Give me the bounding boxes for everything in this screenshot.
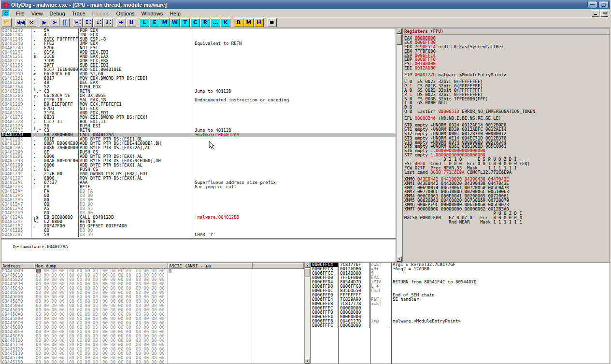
step-into-button[interactable]: ↴⁚	[93, 18, 103, 27]
disasm-row[interactable]: 0040127B.56PUSH ESI	[1, 124, 396, 128]
pause-button[interactable]: ||	[60, 18, 70, 27]
scrollbar-thumb[interactable]	[397, 34, 402, 45]
references-window-button[interactable]: R	[200, 18, 210, 27]
disasm-row[interactable]: 004012B759DB 59CHAR 'Y'	[1, 233, 396, 237]
disasm-row[interactable]: 004012AA┌$E8 2C000000CALL 004012DB└malwa…	[1, 215, 396, 220]
disasm-row[interactable]: 00401284.00B7 BB004E00ADD BYTE PTR DS:[E…	[1, 141, 396, 146]
register-line[interactable]: O 0 LastErr 0000051D ERROR_NO_IMPERSONAT…	[404, 110, 610, 114]
disassembly-pane[interactable]: 00401243.5APOP EDX00401244.41INC ECX0040…	[1, 28, 396, 238]
title-bar[interactable]: OllyDbg - malware.exe - [CPU - main thre…	[1, 0, 610, 9]
disassembly-scrollbar[interactable]: ▲ ▼	[396, 28, 402, 262]
disasm-row[interactable]: 00401251$21C0AND EAX,EAX	[1, 55, 396, 59]
disasm-row[interactable]: 00401263.48DEC EAX	[1, 81, 396, 85]
mdi-restore-button[interactable]	[600, 10, 608, 17]
scroll-up-icon[interactable]: ▲	[397, 28, 402, 34]
disasm-row[interactable]: 0040127D.E8 28000000CALL 004012AA└malwar…	[1, 133, 396, 137]
register-line[interactable]: T 0 GS 0000 NULL	[404, 101, 610, 105]
trace-over-button[interactable]: ↧⁚	[83, 18, 93, 27]
dump-header-hex[interactable]: Hex dump	[34, 263, 168, 268]
disasm-row[interactable]: 00401291.0000ADD BYTE PTR DS:[EAX],AL	[1, 154, 396, 159]
disasm-row[interactable]: 00401261.8B17MOV EDX,DWORD PTR DS:[EDI]	[1, 76, 396, 81]
disasm-row[interactable]: 0040124B.FFE2JMP EDXEquivalent to RETN	[1, 42, 396, 46]
hardware-breakpoints-button[interactable]: H	[254, 18, 264, 27]
animate-button[interactable]: ➤	[50, 18, 59, 27]
menu-item-help[interactable]: Help	[166, 10, 184, 17]
disasm-row[interactable]: 00401290.0EPUSH CS	[1, 150, 396, 154]
breakpoints-window-button[interactable]: B	[234, 18, 243, 27]
dump-row[interactable]: 0044515000 00 00 0000 00 00 0000 00 00 0…	[1, 360, 304, 364]
disasm-row[interactable]: 004012AF└.C2 0800RETN 8	[1, 220, 396, 224]
register-line[interactable]: Rnd NEAR Mask 1 1 1 1 1 1	[404, 220, 610, 224]
menu-item-file[interactable]: File	[13, 10, 28, 17]
scrollbar-thumb[interactable]	[305, 268, 310, 277]
memory-window-button[interactable]: M	[160, 18, 170, 27]
register-line[interactable]: Last cmnd 001B:773C6E9A COMCTL32.773C6E9…	[404, 170, 610, 175]
trace-into-button[interactable]: ↵⁚	[73, 18, 83, 27]
disasm-row[interactable]: 0040129B.0EPUSH CS	[1, 168, 396, 172]
execute-till-return-button[interactable]: ⇥	[116, 18, 126, 27]
dump-header-address[interactable]: Address	[1, 263, 34, 268]
disasm-row[interactable]: 0040128A.0080 2A000000ADD BYTE PTR DS:[E…	[1, 146, 396, 150]
disasm-row[interactable]: 0040124D.F7D6NOT ESI	[1, 46, 396, 50]
disasm-row[interactable]: 004012B2.00F47F00DD OFFSET 007FF400	[1, 224, 396, 228]
windows-window-button[interactable]: W	[170, 18, 180, 27]
stack-row[interactable]: 0006FFFC00000000	[311, 323, 610, 328]
disasm-row[interactable]: 00401265└.^C3RETNJump to 40112D	[1, 89, 396, 94]
disasm-row[interactable]: 004012A3.CBRETFFar jump or call	[1, 185, 396, 189]
scroll-down-icon[interactable]: ▼	[305, 358, 310, 364]
disasm-row[interactable]: 00401253.31D9XOR ECX,EBX	[1, 59, 396, 63]
disasm-row[interactable]: 004012A500DB 00	[1, 194, 396, 198]
disasm-row[interactable]: 0040127C└.^C3RETNJump to 40112D	[1, 128, 396, 133]
disasm-row[interactable]: 004012A4FADB FA	[1, 189, 396, 194]
minimize-button[interactable]: —	[587, 1, 597, 8]
disasm-row[interactable]: 00401245.81EC F8FFFFFFSUB ESP,-8	[1, 37, 396, 42]
menu-item-debug[interactable]: Debug	[46, 10, 68, 17]
info-pane[interactable]: Dest=malware.004012AA	[1, 238, 396, 262]
disasm-row[interactable]: 0040126D.B9 E1EFBFFFMOV ECX,FFBFEFE1	[1, 102, 396, 107]
call-stack-window-button[interactable]: K	[221, 18, 230, 27]
disasm-row[interactable]: 00401278.C1C7 11ROL EDI,11	[1, 120, 396, 124]
disasm-row[interactable]: 004012A1.67:37AAASuperfluous address siz…	[1, 181, 396, 185]
register-line[interactable]: EIP 0040127D malware.<ModuleEntryPoint>	[404, 73, 610, 77]
disasm-row[interactable]: 00401255.29FFSUB EDI,EDI	[1, 63, 396, 68]
dump-header-ascii[interactable]: ASCII (ANSI - ъш	[168, 263, 253, 268]
disasm-row[interactable]: 00401243.5APOP EDX	[1, 28, 396, 33]
disasm-row[interactable]: 0040125D>66:83C6 60ADD SI,60	[1, 72, 396, 76]
register-line[interactable]: EDI 0012ADB0	[404, 66, 610, 70]
go-to-button[interactable]: U	[127, 18, 136, 27]
restart-button[interactable]: ◀◀	[15, 18, 26, 27]
disasm-row[interactable]: 00401274.21FAAND EDX,EDI	[1, 111, 396, 115]
dump-pane[interactable]: Address Hex dump ASCII (ANSI - ъш 004450…	[1, 262, 304, 364]
cpu-window-button[interactable]: C	[190, 18, 200, 27]
scroll-up-icon[interactable]: ▲	[305, 263, 310, 268]
disasm-row[interactable]: 0040126A.C1F0 1BSAL EAX,1BUndocumented i…	[1, 98, 396, 102]
threads-window-button[interactable]: T	[180, 18, 190, 27]
disasm-row[interactable]: 00401266┌.66:83CA 5EOR DX,005E	[1, 94, 396, 98]
disasm-row[interactable]: 004012A900DB 00	[1, 211, 396, 215]
disasm-row[interactable]: 00401257.81C7 1E104000ADD EDI,0040101E	[1, 68, 396, 72]
step-over-button[interactable]: ↡⁚	[103, 18, 113, 27]
disasm-row[interactable]: 00401293.00A0 00ED9C00ADD BYTE PTR DS:[E…	[1, 159, 396, 163]
disasm-row[interactable]: 0040129C.217B 00AND DWORD PTR DS:[EBX],E…	[1, 172, 396, 176]
menu-item-trace[interactable]: Trace	[69, 10, 89, 17]
menu-item-view[interactable]: View	[28, 10, 46, 17]
disasm-row[interactable]: 00401264.52PUSH EDX	[1, 85, 396, 89]
close-process-button[interactable]: ×	[27, 18, 36, 27]
run-trace-window-button[interactable]: …	[211, 18, 220, 27]
executables-window-button[interactable]: E	[150, 18, 159, 27]
disasm-row[interactable]: 00401299.0000ADD BYTE PTR DS:[EAX],AL	[1, 163, 396, 168]
stack-pane[interactable]: 0006FFC47C81776FowБ¦Arg1 = kernel32.7C81…	[311, 262, 610, 364]
disasm-row[interactable]: 00401282.001EADD BYTE PTR DS:[ESI],BL	[1, 137, 396, 141]
maximize-button[interactable]: ▢	[598, 1, 609, 8]
disasm-row[interactable]: 00401272.F7D1NOT ECX	[1, 107, 396, 111]
disasm-row[interactable]: 0040124F.01FAADD EDX,EDI	[1, 50, 396, 55]
log-window-button[interactable]: L	[140, 18, 149, 27]
mdi-minimize-button[interactable]	[592, 10, 599, 17]
disasm-row[interactable]: 004012A8A5DB A5	[1, 207, 396, 211]
open-file-button[interactable]: 📂	[2, 18, 12, 27]
disasm-row[interactable]: 0040129F.8800MOV BYTE PTR DS:[EAX],AL	[1, 176, 396, 181]
scroll-down-icon[interactable]: ▼	[397, 256, 402, 262]
dump-scrollbar[interactable]: ▲ ▼	[304, 262, 311, 364]
disasm-row[interactable]: 00401276.8B31MOV ESI,DWORD PTR DS:[ECX]	[1, 115, 396, 120]
disasm-row[interactable]: 004012A600DB 00	[1, 198, 396, 202]
